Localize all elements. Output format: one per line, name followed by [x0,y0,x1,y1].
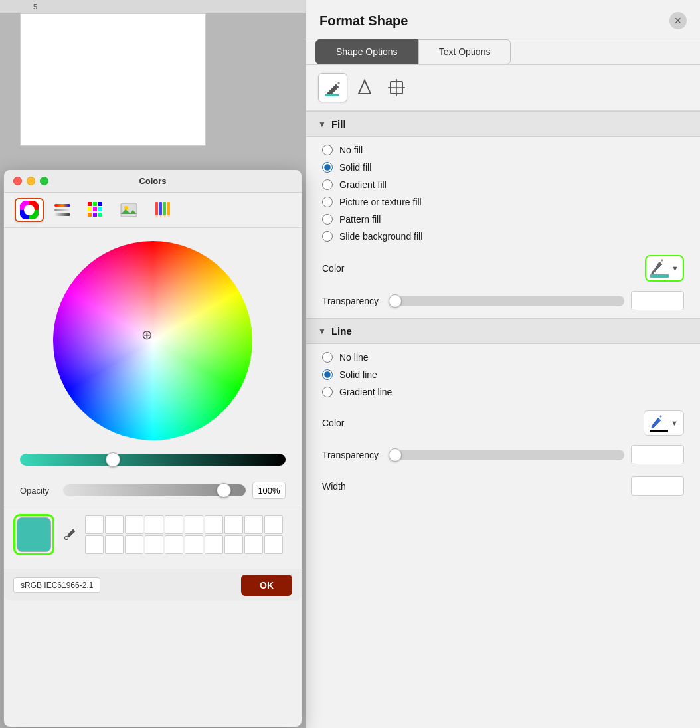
svg-rect-5 [54,213,70,216]
line-width-input[interactable]: 5.5 pt [632,478,684,494]
swatch-cell[interactable] [205,535,223,554]
colors-dialog: Colors [3,169,302,727]
swatch-cell[interactable] [145,535,163,554]
line-option-gradient[interactable]: Gradient line [322,387,684,397]
swatch-cell[interactable] [125,535,143,554]
line-transparency-track[interactable] [395,450,624,460]
pattern-fill-label: Pattern fill [339,214,381,225]
swatch-cell[interactable] [85,515,104,534]
svg-rect-7 [93,202,97,206]
svg-rect-3 [54,204,70,207]
icon-tab-position[interactable] [382,73,411,102]
swatch-cell[interactable] [224,535,243,554]
swatch-cell[interactable] [185,535,203,554]
tab-text-options[interactable]: Text Options [418,39,511,64]
brightness-track[interactable] [20,454,286,466]
svg-rect-6 [88,202,92,206]
gradient-fill-radio[interactable] [322,179,333,190]
no-line-radio[interactable] [322,352,333,363]
swatch-cell[interactable] [165,515,183,534]
gradient-line-radio[interactable] [322,387,333,397]
fill-option-no-fill[interactable]: No fill [322,145,684,155]
swatch-grid [85,515,283,554]
close-button[interactable] [13,177,22,185]
swatch-cell[interactable] [264,535,283,554]
line-color-row: Color ▼ [306,405,700,441]
svg-rect-20 [167,202,170,215]
fill-option-pattern[interactable]: Pattern fill [322,214,684,225]
opacity-row: Opacity 100% [4,476,302,504]
fill-option-slide-bg[interactable]: Slide background fill [322,231,684,242]
svg-marker-24 [167,215,170,218]
line-section-label: Line [331,325,352,337]
fill-option-solid[interactable]: Solid fill [322,162,684,173]
swatch-cell[interactable] [205,515,223,534]
swatch-cell[interactable] [264,515,283,534]
color-profile-label: sRGB IEC61966-2.1 [13,577,100,593]
panel-content: ▼ Fill No fill Solid fill Gradient fill … [306,111,700,728]
maximize-button[interactable] [40,177,48,185]
swatch-cell[interactable] [105,515,124,534]
line-option-no-line[interactable]: No line [322,352,684,363]
picker-tab-image[interactable] [114,198,143,222]
picture-fill-radio[interactable] [322,197,333,207]
line-transparency-label: Transparency [322,450,389,460]
fill-transparency-track[interactable] [395,296,624,306]
solid-fill-radio[interactable] [322,162,333,173]
fill-transparency-thumb[interactable] [389,294,402,308]
icon-tab-shape[interactable] [350,73,379,102]
close-icon: ✕ [674,15,682,26]
tab-shape-options[interactable]: Shape Options [315,39,418,64]
swatch-cell[interactable] [244,535,263,554]
line-option-solid[interactable]: Solid line [322,369,684,380]
swatch-cell[interactable] [85,535,104,554]
picker-tab-pencils[interactable] [147,198,177,222]
swatch-cell[interactable] [165,535,183,554]
picker-tab-sliders[interactable] [48,198,77,222]
gradient-fill-label: Gradient fill [339,179,387,190]
ok-button[interactable]: OK [241,575,292,596]
minimize-button[interactable] [27,177,35,185]
svg-rect-27 [325,94,339,96]
gradient-line-label: Gradient line [339,387,392,397]
line-color-picker-button[interactable]: ▼ [644,410,684,436]
swatch-cell[interactable] [125,515,143,534]
swatch-cell[interactable] [244,515,263,534]
slide-bg-fill-radio[interactable] [322,231,333,242]
current-color-box [17,517,51,552]
brightness-thumb[interactable] [106,452,120,467]
picker-tab-wheel[interactable] [15,198,44,222]
picker-tab-palette[interactable] [81,198,110,222]
fill-transparency-input[interactable] [632,293,684,308]
fill-color-picker-button[interactable]: ▼ [645,255,684,282]
line-section-header[interactable]: ▼ Line [306,318,700,344]
line-color-label: Color [322,418,389,428]
format-panel-close-button[interactable]: ✕ [669,12,687,29]
svg-rect-18 [159,202,162,215]
eyedropper-button[interactable] [60,525,80,545]
svg-rect-10 [93,207,97,211]
no-fill-radio[interactable] [322,145,333,155]
fill-option-gradient[interactable]: Gradient fill [322,179,684,190]
svg-rect-13 [93,213,97,217]
pattern-fill-radio[interactable] [322,214,333,225]
swatch-cell[interactable] [185,515,203,534]
solid-line-radio[interactable] [322,369,333,380]
line-transparency-thumb[interactable] [389,448,402,462]
color-wheel[interactable]: ⊕ [53,241,252,440]
fill-chevron-icon: ▼ [318,120,326,129]
svg-rect-9 [88,207,92,211]
swatch-cell[interactable] [145,515,163,534]
swatch-cell[interactable] [105,535,124,554]
opacity-track[interactable] [63,484,246,496]
current-color-highlight [13,514,54,555]
fill-option-picture[interactable]: Picture or texture fill [322,197,684,207]
swatch-cell[interactable] [224,515,243,534]
icon-tab-fill[interactable] [318,73,347,102]
solid-fill-label: Solid fill [339,162,371,173]
tab-bar: Shape Options Text Options [306,39,700,65]
color-wheel-container[interactable]: ⊕ [4,228,302,454]
line-transparency-input[interactable] [632,447,684,462]
fill-section-header[interactable]: ▼ Fill [306,111,700,137]
opacity-thumb[interactable] [217,483,231,498]
